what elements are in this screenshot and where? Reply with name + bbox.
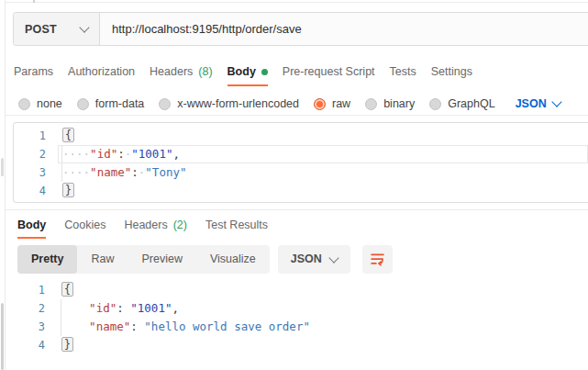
response-language-label: JSON: [291, 252, 322, 265]
request-tab-label: Params: [14, 65, 53, 78]
line-number: 1: [14, 127, 58, 145]
request-tab-label: Pre-request Script: [283, 65, 375, 78]
code-token: :: [117, 147, 125, 161]
body-mode-selector: noneform-datax-www-form-urlencodedrawbin…: [18, 95, 560, 113]
body-mode-graphql[interactable]: GraphQL: [429, 97, 494, 110]
code-line-content[interactable]: ····"id":·"1001",: [58, 145, 588, 163]
line-number: 4: [14, 182, 58, 200]
radio-icon: [429, 98, 441, 110]
api-client-request-panel: POST http://localhost:9195/http/order/sa…: [0, 0, 588, 370]
code-line-content[interactable]: "name": "hello world save order": [57, 318, 588, 336]
view-preview[interactable]: Preview: [128, 245, 195, 274]
method-dropdown[interactable]: POST: [14, 13, 100, 45]
request-tabs: ParamsAuthorizationHeaders(8)BodyPre-req…: [14, 61, 472, 86]
request-tab-settings[interactable]: Settings: [431, 61, 472, 86]
view-raw[interactable]: Raw: [77, 245, 128, 274]
code-line[interactable]: 3 "name": "hello world save order": [13, 318, 588, 336]
response-tab-test-results[interactable]: Test Results: [205, 215, 268, 239]
code-token: [61, 301, 89, 315]
wrap-text-icon: [370, 252, 385, 267]
body-mode-label: none: [37, 97, 62, 110]
code-line-content[interactable]: {: [58, 127, 588, 145]
body-mode-binary[interactable]: binary: [365, 97, 415, 110]
code-line[interactable]: 2····"id":·"1001",: [14, 145, 588, 163]
url-input[interactable]: http://localhost:9195/http/order/save: [100, 13, 588, 45]
code-token: }: [62, 183, 74, 197]
code-token: "1001": [130, 301, 172, 315]
response-tab-label: Test Results: [205, 219, 268, 231]
response-tabs: BodyCookiesHeaders(2)Test Results: [17, 215, 268, 239]
view-visualize[interactable]: Visualize: [196, 245, 270, 274]
code-line[interactable]: 3····"name":·"Tony": [14, 163, 588, 182]
view-pretty[interactable]: Pretty: [17, 245, 77, 274]
method-label: POST: [25, 23, 57, 36]
code-line-content[interactable]: }: [57, 336, 588, 354]
wrap-text-button[interactable]: [362, 245, 393, 274]
radio-icon: [314, 98, 326, 110]
body-mode-label: GraphQL: [448, 97, 494, 110]
radio-icon: [77, 98, 89, 110]
body-mode-form-data[interactable]: form-data: [77, 97, 145, 110]
body-mode-x-www-form-urlencoded[interactable]: x-www-form-urlencoded: [159, 97, 299, 110]
request-tab-label: Authorization: [68, 65, 135, 78]
code-line[interactable]: 1{: [13, 281, 588, 299]
chevron-down-icon: [328, 252, 338, 263]
response-tab-headers[interactable]: Headers(2): [124, 215, 187, 239]
radio-icon: [18, 98, 30, 110]
code-token: "name": [90, 165, 131, 179]
line-number: 4: [13, 336, 57, 354]
request-tab-headers[interactable]: Headers(8): [150, 61, 213, 86]
response-tab-label: Headers: [124, 219, 167, 231]
left-panel-divider: [0, 0, 6, 370]
code-token: {: [61, 282, 73, 297]
response-tab-cookies[interactable]: Cookies: [64, 215, 105, 239]
chevron-down-icon: [79, 22, 89, 32]
line-number: 1: [13, 281, 57, 299]
request-tab-authorization[interactable]: Authorization: [68, 61, 135, 86]
request-tab-label: Tests: [390, 65, 416, 78]
code-token: {: [62, 128, 74, 142]
tab-count-badge: (2): [173, 219, 187, 231]
code-line[interactable]: 1{: [14, 127, 588, 145]
code-token: :: [116, 301, 130, 315]
code-line[interactable]: 2 "id": "1001",: [13, 299, 588, 318]
body-mode-label: form-data: [95, 97, 145, 110]
response-view-switcher: PrettyRawPreviewVisualize: [17, 245, 270, 274]
code-line[interactable]: 4}: [14, 182, 588, 200]
section-divider: [6, 115, 588, 116]
body-mode-none[interactable]: none: [18, 97, 62, 110]
code-token: "name": [89, 320, 130, 333]
request-tab-tests[interactable]: Tests: [390, 61, 416, 86]
code-line-content[interactable]: ····"name":·"Tony": [58, 163, 588, 182]
code-line[interactable]: 4}: [13, 336, 588, 354]
code-line-content[interactable]: {: [57, 281, 588, 299]
line-number: 2: [14, 145, 58, 163]
line-number: 2: [13, 299, 57, 318]
line-number: 3: [14, 163, 58, 182]
request-tab-params[interactable]: Params: [14, 61, 53, 86]
code-token: "hello world save order": [144, 320, 310, 333]
request-tab-label: Body: [227, 65, 256, 78]
code-line-content[interactable]: "id": "1001",: [57, 299, 588, 318]
response-toolbar: PrettyRawPreviewVisualize JSON: [17, 244, 393, 274]
response-language-dropdown[interactable]: JSON: [278, 245, 350, 274]
code-line-content[interactable]: }: [58, 182, 588, 200]
tab-count-badge: (8): [198, 65, 212, 78]
body-mode-label: binary: [383, 97, 415, 110]
request-body-editor[interactable]: 1{2····"id":·"1001",3····"name":·"Tony"4…: [13, 122, 588, 203]
request-tab-body[interactable]: Body: [227, 61, 268, 86]
line-number: 3: [13, 318, 57, 336]
request-tab-label: Headers: [150, 65, 193, 78]
radio-icon: [365, 98, 377, 110]
body-mode-raw[interactable]: raw: [314, 97, 350, 110]
request-tab-pre-request-script[interactable]: Pre-request Script: [283, 61, 375, 86]
left-scrollbar-thumb[interactable]: [1, 158, 4, 176]
code-token: ····: [62, 147, 90, 161]
response-tab-body[interactable]: Body: [17, 215, 46, 239]
response-tab-label: Cookies: [64, 219, 105, 231]
left-scrollbar-thumb[interactable]: [1, 303, 4, 370]
code-token: }: [61, 337, 73, 352]
response-body-editor[interactable]: 1{2 "id": "1001",3 "name": "hello world …: [13, 281, 588, 354]
request-language-dropdown[interactable]: JSON: [516, 97, 560, 110]
body-mode-label: x-www-form-urlencoded: [177, 97, 299, 110]
